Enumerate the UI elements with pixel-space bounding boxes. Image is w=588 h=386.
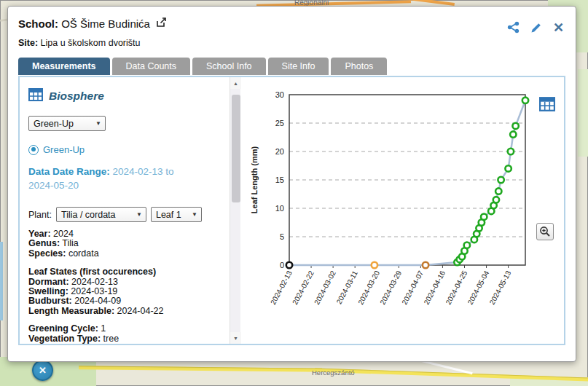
svg-text:15: 15 [275,176,284,184]
svg-text:2024-03-29: 2024-03-29 [378,269,403,306]
greenup-radio-label: Green-Up [43,144,85,155]
info-row-dormant: Dormant: 2024-02-13 [28,277,227,287]
zoom-in-button[interactable] [536,223,554,240]
svg-text:5: 5 [280,232,284,241]
leaf-states-group: Leaf States (first occurences) Dormant: … [28,267,227,316]
greenup-radio[interactable] [28,145,39,155]
svg-text:10: 10 [275,204,284,213]
svg-text:2024-04-25: 2024-04-25 [444,269,469,306]
svg-text:25: 25 [275,119,284,127]
map-control-button[interactable]: ✕ [32,360,53,381]
svg-text:2024-03-02: 2024-03-02 [313,269,337,306]
leaf-length-chart: 0510152025302024-02-132024-02-222024-03-… [247,79,560,342]
tab-site-info[interactable]: Site Info [268,58,329,75]
map-road [408,0,455,6]
info-row-swelling: Swelling: 2024-03-19 [28,287,227,296]
svg-text:2024-04-07: 2024-04-07 [400,269,425,306]
info-row-vegetation-type: Vegetation Type: tree [28,334,227,344]
measurement-dialog: School: OŠ Šime Budinića ✕ [7,6,576,362]
svg-text:2024-02-13: 2024-02-13 [269,269,294,306]
chevron-down-icon: ▼ [192,211,197,218]
plant-info-group: Year: 2024 Genus: Tilia Species: cordata [28,229,227,259]
cycle-info-group: Greening Cycle: 1 Vegetation Type: tree [28,324,227,344]
map-road [315,368,588,381]
tab-bar: Measurements Data Counts School Info Sit… [18,58,387,75]
info-row-length-measurable: Length Measurable: 2024-04-22 [28,307,227,316]
edit-pencil-icon[interactable] [530,22,542,34]
info-row-genus: Genus: Tilia [28,239,227,248]
measurements-panel: Biosphere Green-Up ▼ Green-Up Data Date … [18,76,565,345]
school-label: School: [18,17,58,30]
scroll-up-button[interactable]: ▲ [230,77,241,89]
leaf-states-header: Leaf States (first occurences) [28,267,227,277]
map-river [0,242,3,320]
plant-select[interactable]: Tilia / cordata ▼ [56,207,146,222]
close-layers-icon: ✕ [39,365,47,376]
map-road [79,366,322,371]
chevron-down-icon: ▼ [136,211,142,218]
tab-photos[interactable]: Photos [331,58,387,75]
chevron-down-icon: ▼ [95,120,101,127]
export-icon[interactable] [155,17,167,31]
site-name: Lipa u školskom dvorištu [41,38,141,48]
scroll-down-button[interactable]: ▼ [230,332,241,344]
chart-table-icon[interactable] [539,96,555,112]
info-row-budburst: Budburst: 2024-04-09 [28,296,227,306]
tab-measurements[interactable]: Measurements [18,58,110,75]
chart-area: 0510152025302024-02-132024-02-222024-03-… [241,77,564,344]
svg-text:30: 30 [275,90,284,99]
info-row-species: Species: cordata [28,249,227,259]
dialog-header: School: OŠ Šime Budinića [18,17,167,31]
tab-school-info[interactable]: School Info [192,58,266,75]
panel-scrollbar[interactable]: ▲ ▼ [230,77,240,344]
svg-text:2024-03-20: 2024-03-20 [356,269,381,306]
close-icon[interactable]: ✕ [553,22,564,34]
protocol-select[interactable]: Green-Up ▼ [28,116,106,131]
table-icon [28,87,43,104]
protocol-sidebar: Biosphere Green-Up ▼ Green-Up Data Date … [28,77,227,344]
data-date-range: Data Date Range: 2024-02-13 to 2024-05-2… [28,165,197,192]
protocol-title: Biosphere [49,90,104,103]
share-icon[interactable] [507,21,520,34]
info-row-greening-cycle: Greening Cycle: 1 [28,324,227,334]
site-label: Site: [18,38,38,48]
svg-text:20: 20 [275,147,284,156]
svg-text:2024-05-13: 2024-05-13 [488,269,513,306]
svg-text:2024-03-11: 2024-03-11 [335,269,360,305]
school-name: OŠ Šime Budinića [61,17,150,30]
map-green-area [578,69,588,157]
svg-text:2024-04-16: 2024-04-16 [422,269,447,306]
info-row-year: Year: 2024 [28,229,227,239]
svg-text:0: 0 [280,261,284,269]
tab-data-counts[interactable]: Data Counts [112,58,190,75]
scrollbar-thumb[interactable] [232,95,240,202]
site-line: Site: Lipa u školskom dvorištu [18,38,140,48]
map-label: Hercegszántó [312,369,355,377]
svg-text:Leaf Length (mm): Leaf Length (mm) [250,146,259,214]
svg-text:2024-05-04: 2024-05-04 [466,269,491,306]
svg-text:2024-02-22: 2024-02-22 [291,269,315,306]
magnifier-plus-icon [539,226,551,237]
leaf-select[interactable]: Leaf 1 ▼ [151,207,202,222]
plant-label: Plant: [28,210,52,220]
